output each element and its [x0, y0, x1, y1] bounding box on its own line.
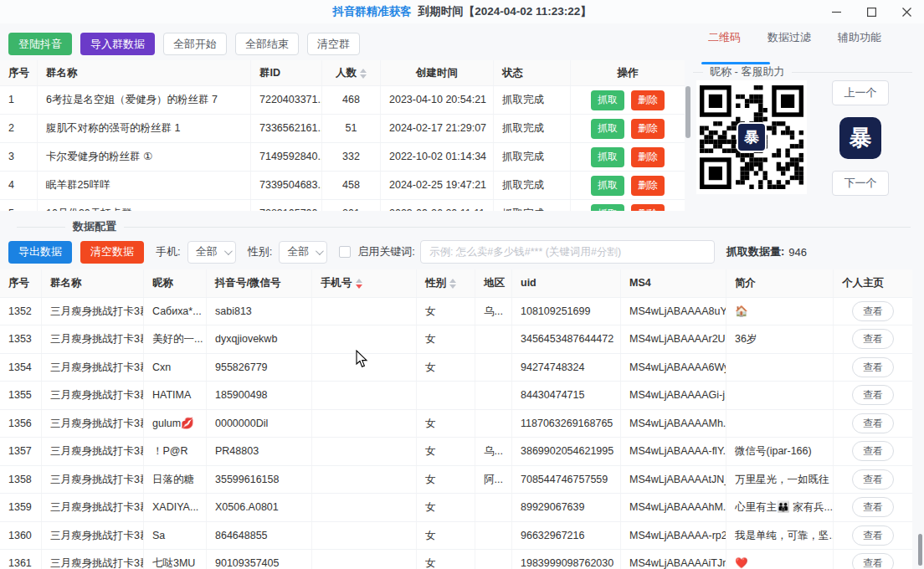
- view-button[interactable]: 查看: [852, 497, 894, 517]
- delete-button[interactable]: 删除: [631, 204, 665, 212]
- table-cell: 抓取完成: [494, 115, 571, 142]
- table-cell: 51: [322, 115, 381, 142]
- table-cell: 乌...: [475, 438, 512, 465]
- table-cell: [312, 466, 417, 494]
- tab-bar: 二维码 数据过滤 辅助功能: [693, 23, 924, 53]
- grab-button[interactable]: 抓取: [591, 147, 624, 167]
- grab-button[interactable]: 抓取: [591, 90, 624, 110]
- table-cell: [475, 522, 512, 550]
- table-cell: 708544746757559: [512, 466, 621, 494]
- table-cell: 三月瘦身挑战打卡3群: [42, 298, 144, 326]
- col-gender[interactable]: 性别: [417, 269, 475, 297]
- scrollbar-thumb[interactable]: [685, 86, 690, 138]
- table-cell: MS4wLjABAAAAtJN_...: [621, 466, 726, 494]
- data-table-row: 1352三月瘦身挑战打卡3群Сабиха*...sabi813女乌...1081…: [0, 298, 912, 326]
- profile-cell: 查看: [834, 410, 912, 438]
- table-cell: 女: [417, 494, 475, 521]
- previous-button[interactable]: 上一个: [832, 80, 889, 105]
- table-cell: HATIMA: [144, 382, 207, 409]
- view-button[interactable]: 查看: [852, 329, 894, 349]
- grab-button[interactable]: 抓取: [591, 176, 624, 196]
- maximize-button[interactable]: [854, 0, 889, 23]
- delete-button[interactable]: 删除: [631, 176, 665, 196]
- export-data-button[interactable]: 导出数据: [8, 241, 72, 264]
- table-cell: 4: [0, 172, 38, 199]
- table-cell: MS4wLjABAAAA8uY...: [621, 298, 726, 326]
- view-button[interactable]: 查看: [852, 525, 894, 546]
- table-cell: 1358: [0, 466, 42, 494]
- table-cell: 腹肌不对称的强哥的粉丝群 1: [38, 115, 251, 142]
- table-cell: 女: [417, 354, 475, 382]
- grab-button[interactable]: 抓取: [591, 119, 624, 139]
- table-cell: [312, 298, 417, 326]
- table-cell: XADIYA...: [144, 494, 207, 521]
- table-cell: 955826779: [207, 354, 312, 382]
- table-cell: 三月瘦身挑战打卡3群: [42, 354, 144, 382]
- keyword-input[interactable]: [420, 240, 715, 264]
- sort-icon[interactable]: [356, 279, 362, 289]
- keyword-label: 启用关键词:: [357, 244, 415, 259]
- col-index: 序号: [0, 60, 38, 85]
- table-cell: 1352: [0, 298, 42, 326]
- table-cell: 女: [417, 326, 475, 353]
- table-cell: 2023-09-26 20:11:11: [381, 200, 494, 211]
- view-button[interactable]: 查看: [852, 553, 894, 569]
- minimize-button[interactable]: [819, 0, 854, 23]
- login-douyin-button[interactable]: 登陆抖音: [8, 33, 72, 55]
- view-button[interactable]: 查看: [852, 301, 894, 321]
- view-button[interactable]: 查看: [852, 469, 894, 490]
- table-cell: 201: [322, 200, 381, 211]
- app-window: 抖音群精准获客 到期时间【2024-04-02 11:23:22】 登陆抖音 导…: [0, 0, 924, 569]
- toolbar: 登陆抖音 导入群数据 全部开始 全部结束 清空群: [8, 33, 360, 55]
- table-cell: MS4wLjABAAAAGi-j...: [621, 382, 726, 409]
- grab-button[interactable]: 抓取: [591, 204, 624, 212]
- data-table: 序号 群名称 昵称 抖音号/微信号 手机号 性别 地区 uid MS4 简介 个…: [0, 269, 912, 569]
- data-table-row: 1353三月瘦身挑战打卡3群美好的一...dyxqjiovekwb女345645…: [0, 326, 912, 354]
- delete-button[interactable]: 删除: [631, 147, 665, 167]
- import-group-data-button[interactable]: 导入群数据: [80, 33, 155, 55]
- next-button[interactable]: 下一个: [832, 171, 889, 196]
- view-button[interactable]: 查看: [852, 357, 894, 377]
- table-cell: 108109251699: [512, 298, 621, 326]
- profile-cell: 查看: [834, 354, 912, 382]
- profile-cell: 查看: [834, 466, 912, 494]
- clear-data-button[interactable]: 清空数据: [80, 241, 144, 264]
- close-button[interactable]: [889, 0, 924, 23]
- page-scrollbar[interactable]: [917, 23, 924, 569]
- delete-button[interactable]: 删除: [631, 90, 665, 110]
- table-cell: MS4wLjABAAAA6Wy...: [621, 354, 726, 382]
- end-all-button[interactable]: 全部结束: [235, 33, 299, 55]
- sort-icon[interactable]: [449, 279, 456, 289]
- table-cell: 三月瘦身挑战打卡3群: [42, 522, 144, 550]
- scrollbar-thumb[interactable]: [918, 534, 922, 566]
- view-button[interactable]: 查看: [852, 441, 894, 461]
- start-all-button[interactable]: 全部开始: [163, 33, 227, 55]
- table-cell: [726, 410, 834, 438]
- col-actions: 操作: [571, 60, 685, 85]
- tab-data-filter[interactable]: 数据过滤: [767, 30, 811, 53]
- sort-icon[interactable]: [360, 69, 367, 79]
- tab-aux-functions[interactable]: 辅助功能: [838, 30, 881, 53]
- clear-groups-button[interactable]: 清空群: [307, 33, 360, 55]
- col-phone[interactable]: 手机号: [312, 269, 417, 297]
- table-cell: 35599616158: [207, 466, 312, 494]
- group-table-scrollbar[interactable]: [685, 84, 691, 211]
- delete-button[interactable]: 删除: [631, 119, 665, 139]
- table-cell: 7336562161...: [251, 115, 322, 142]
- col-nickname: 昵称: [144, 269, 207, 297]
- table-cell: 抓取完成: [494, 172, 571, 199]
- group-table-row: 3卡尔爱健身的粉丝群 ①7149592840...3322022-10-02 0…: [0, 143, 685, 172]
- table-cell: 1359: [0, 494, 42, 521]
- gender-filter-select[interactable]: 全部: [279, 241, 327, 264]
- table-cell: [475, 354, 512, 382]
- col-group-id: 群ID: [251, 60, 322, 85]
- table-cell: 1354: [0, 354, 42, 382]
- table-cell: 女: [417, 410, 475, 438]
- actions-cell: 抓取删除: [571, 86, 685, 114]
- phone-filter-select[interactable]: 全部: [187, 241, 236, 264]
- tab-qrcode[interactable]: 二维码: [708, 30, 741, 53]
- col-member-count[interactable]: 人数: [322, 60, 381, 85]
- view-button[interactable]: 查看: [852, 413, 894, 433]
- view-button[interactable]: 查看: [852, 385, 894, 405]
- enable-keyword-checkbox[interactable]: [339, 246, 351, 258]
